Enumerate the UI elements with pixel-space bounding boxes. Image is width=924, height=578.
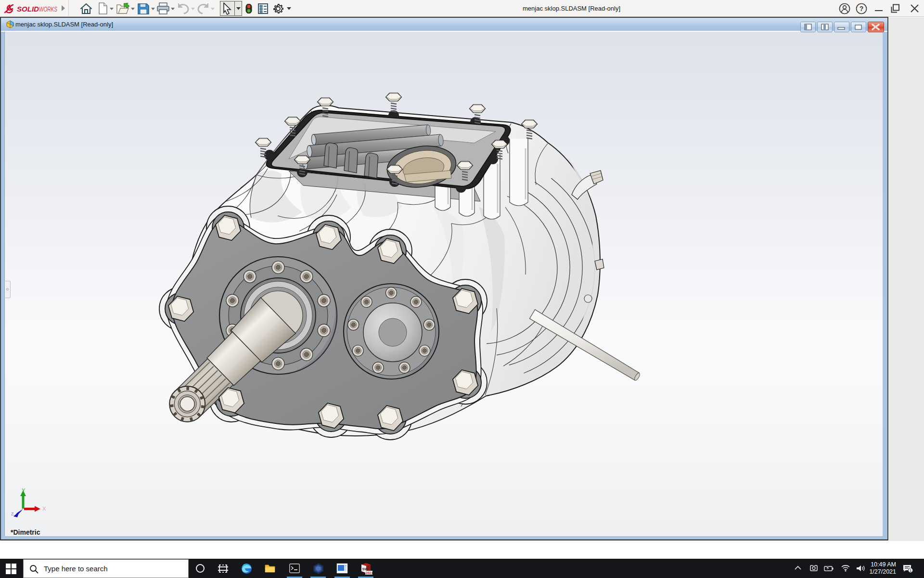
svg-text:1: 1 bbox=[910, 568, 912, 573]
svg-text:SOLID: SOLID bbox=[17, 5, 39, 13]
svg-text:WORKS: WORKS bbox=[39, 5, 57, 13]
svg-text:X: X bbox=[42, 506, 46, 512]
svg-text:2021: 2021 bbox=[366, 571, 373, 575]
svg-text:?: ? bbox=[860, 5, 864, 13]
svg-text:SW: SW bbox=[362, 567, 369, 571]
svg-text:Z: Z bbox=[11, 512, 14, 516]
